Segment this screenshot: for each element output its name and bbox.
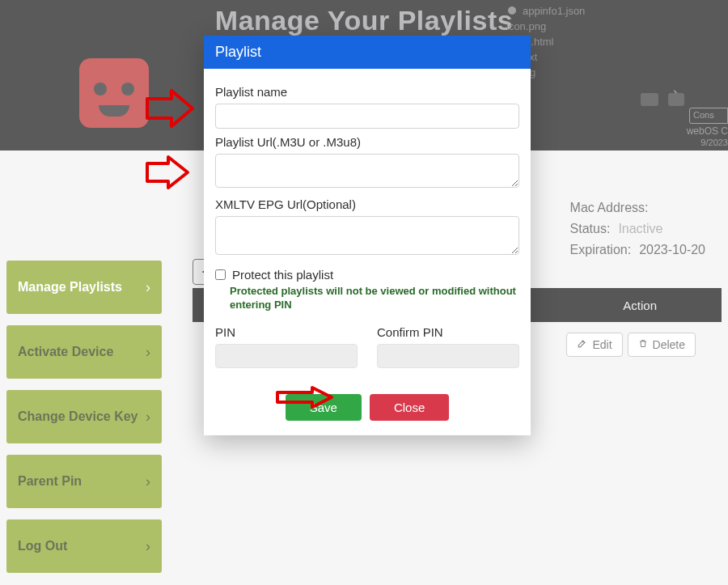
app-logo (79, 58, 149, 128)
edit-label: Edit (592, 338, 612, 351)
pin-input[interactable] (215, 344, 358, 368)
sidebar-item-label: Parent Pin (18, 474, 82, 489)
device-info: Mac Address: Status:Inactive Expiration:… (570, 197, 705, 261)
mac-label: Mac Address: (570, 201, 649, 214)
delete-button[interactable]: Delete (628, 333, 696, 357)
edit-button[interactable]: Edit (566, 333, 622, 357)
pin-label: PIN (215, 325, 358, 339)
playlist-name-label: Playlist name (215, 85, 519, 99)
protect-hint: Protected playlists will not be viewed o… (230, 285, 519, 312)
chevron-right-icon: › (146, 538, 150, 555)
trash-icon (638, 338, 648, 351)
webos-date: 9/2023 (700, 138, 728, 147)
close-button[interactable]: Close (370, 394, 449, 421)
playlist-name-input[interactable] (215, 104, 519, 129)
confirm-pin-input[interactable] (377, 344, 519, 368)
expiration-value: 2023-10-20 (639, 243, 705, 256)
sidebar-item-label: Activate Device (18, 345, 113, 359)
sidebar-item-manage-playlists[interactable]: Manage Playlists › (6, 261, 162, 314)
chevron-right-icon: › (146, 279, 150, 296)
epg-url-label: XMLTV EPG Url(Optional) (215, 197, 519, 211)
expiration-label: Expiration: (570, 243, 632, 256)
confirm-pin-label: Confirm PIN (377, 325, 519, 339)
sidebar-item-label: Log Out (18, 539, 67, 553)
sidebar-item-label: Change Device Key (18, 409, 138, 424)
webos-label: webOS C (687, 125, 728, 137)
status-value: Inactive (618, 222, 662, 235)
sidebar-item-log-out[interactable]: Log Out › (6, 519, 162, 573)
epg-url-input[interactable] (215, 216, 519, 255)
playlist-modal: Playlist Playlist name Playlist Url(.M3U… (204, 36, 531, 435)
sidebar: Manage Playlists › Activate Device › Cha… (6, 261, 162, 584)
save-button[interactable]: Save (286, 394, 362, 421)
row-actions: Edit Delete (566, 333, 696, 357)
chevron-right-icon: › (146, 473, 150, 490)
sidebar-item-change-device-key[interactable]: Change Device Key › (6, 390, 162, 443)
edit-icon (577, 338, 587, 351)
modal-title: Playlist (204, 36, 531, 69)
bg-chip (668, 93, 684, 106)
chevron-right-icon: › (146, 409, 150, 426)
chevron-right-icon: › (146, 344, 150, 361)
bg-chip (641, 93, 658, 106)
protect-label: Protect this playlist (232, 268, 333, 282)
delete-label: Delete (653, 338, 685, 351)
sidebar-item-label: Manage Playlists (18, 280, 122, 295)
console-badge: Cons (689, 108, 728, 124)
playlist-url-input[interactable] (215, 154, 519, 188)
protect-checkbox[interactable] (215, 269, 226, 280)
playlist-url-label: Playlist Url(.M3U or .M3u8) (215, 135, 519, 149)
sidebar-item-parent-pin[interactable]: Parent Pin › (6, 455, 162, 508)
status-label: Status: (570, 222, 611, 235)
sidebar-item-activate-device[interactable]: Activate Device › (6, 325, 162, 379)
column-action: Action (623, 299, 657, 312)
